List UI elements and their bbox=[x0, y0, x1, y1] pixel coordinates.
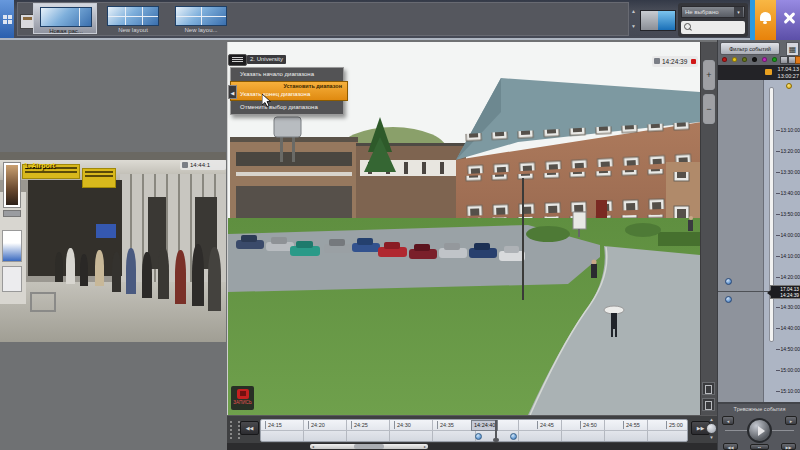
clock-icon bbox=[654, 58, 660, 64]
submenu-arrow-icon[interactable]: ◀ bbox=[228, 85, 237, 99]
pedestrian bbox=[591, 260, 597, 279]
tick-label: 24:20 bbox=[308, 421, 325, 429]
tick-label: 24:30 bbox=[394, 421, 411, 429]
layout-tab-label: Новая рас... bbox=[34, 28, 98, 34]
layout-tab-1[interactable]: Новая рас... bbox=[33, 3, 97, 34]
airport-poster bbox=[2, 266, 22, 292]
person bbox=[158, 247, 169, 299]
timeline-playhead[interactable] bbox=[495, 420, 497, 441]
tick-label: 24:55 bbox=[623, 421, 640, 429]
camera-timestamp: 14:24:39 bbox=[652, 56, 698, 67]
zoom-out-button[interactable]: − bbox=[703, 94, 715, 124]
calendar-button[interactable]: ▦ bbox=[786, 42, 799, 56]
alarm-prev-button[interactable]: ◂ bbox=[722, 416, 734, 425]
app-grid-icon[interactable] bbox=[3, 15, 12, 24]
track-divider bbox=[763, 80, 764, 402]
airport-blue-sign bbox=[96, 224, 116, 238]
blue-event-marker[interactable] bbox=[725, 296, 732, 303]
alarm-next-button[interactable]: ▸ bbox=[785, 416, 797, 425]
tick-label: 24:45 bbox=[537, 421, 554, 429]
filter-dot-olive[interactable] bbox=[742, 57, 747, 62]
blue-event-marker[interactable] bbox=[725, 278, 732, 285]
speed-knob[interactable] bbox=[706, 423, 717, 434]
menu-item-set-range-group[interactable]: ◀ Установить диапазон Указать конец диап… bbox=[230, 81, 348, 101]
event-filter-button[interactable]: Фильтр событий bbox=[720, 42, 780, 55]
person bbox=[66, 248, 75, 284]
zoom-in-button[interactable]: + bbox=[703, 60, 715, 90]
layout-thumbnail-icon bbox=[40, 7, 92, 27]
dropdown-arrow-icon[interactable]: ▾ bbox=[734, 7, 743, 17]
alarm-events-panel: Тревожные события ◂ ▸ ◀◀ ▪▪ ▶▶ bbox=[718, 402, 800, 450]
side-tool-button[interactable] bbox=[702, 382, 715, 395]
record-button[interactable]: ЗАПИСЬ bbox=[231, 386, 254, 410]
tick-label: 24:35 bbox=[437, 421, 454, 429]
monitor-thumb-left bbox=[641, 11, 658, 30]
alarm-panel-button[interactable] bbox=[755, 0, 776, 40]
lamp-post bbox=[522, 178, 524, 300]
search-panel: Не выбрано ▾ bbox=[678, 3, 748, 37]
filter-dot-green[interactable] bbox=[772, 57, 777, 62]
layout-tab-2[interactable]: New layout bbox=[101, 3, 165, 34]
person bbox=[208, 247, 221, 311]
filter-dot-black[interactable] bbox=[752, 57, 757, 62]
monitor-switch-button[interactable] bbox=[640, 10, 676, 31]
bell-icon bbox=[760, 12, 771, 21]
scrollbar-thumb[interactable] bbox=[354, 444, 384, 449]
tile-menu-icon[interactable] bbox=[228, 54, 247, 66]
timeline-grip[interactable] bbox=[230, 421, 240, 439]
camera-title: 1. Airport bbox=[24, 162, 55, 169]
filter-orange-marker[interactable] bbox=[795, 56, 800, 64]
timeline-ruler[interactable]: 24:15 24:20 24:25 24:30 24:35 14:24:40 2… bbox=[260, 419, 688, 442]
menu-item-cancel-range[interactable]: Отменить выбор диапазона bbox=[231, 101, 343, 114]
person bbox=[142, 252, 152, 298]
filter-tool-button[interactable] bbox=[780, 56, 788, 64]
fast-forward-button[interactable]: ▶▶ bbox=[781, 443, 796, 450]
layout-tab-label: New layou... bbox=[169, 27, 233, 33]
current-position-marker[interactable]: 17.04.13 14:24:39 bbox=[770, 285, 800, 299]
timestamp-value: 14:44:1 bbox=[190, 160, 210, 170]
timeline-scrollbar[interactable]: ◂ ▸ bbox=[310, 444, 428, 449]
top-toolbar: Новая рас... New layout New layou... ▲ ▼… bbox=[0, 0, 800, 40]
menu-item-set-range-end[interactable]: Указать конец диапазона bbox=[231, 90, 347, 98]
camera-title: 2. University bbox=[247, 55, 286, 64]
tools-icon bbox=[782, 11, 795, 24]
menu-item-set-range[interactable]: Установить диапазон bbox=[231, 83, 347, 90]
scroll-left-icon[interactable]: ◂ bbox=[312, 444, 314, 450]
play-icon bbox=[758, 426, 765, 436]
rewind-button[interactable]: ◀◀ bbox=[723, 443, 738, 450]
filter-dot-magenta[interactable] bbox=[762, 57, 767, 62]
filter-dot-red[interactable] bbox=[722, 57, 727, 62]
yellow-event-marker[interactable] bbox=[786, 83, 792, 89]
scroll-right-icon[interactable]: ▸ bbox=[424, 444, 426, 450]
event-marker[interactable] bbox=[510, 433, 517, 440]
layout-tab-3[interactable]: New layou... bbox=[169, 3, 233, 34]
settings-panel-button[interactable] bbox=[776, 0, 800, 40]
scroll-up-icon[interactable]: ▲ bbox=[629, 4, 638, 19]
toolbar-scroll-arrows[interactable]: ▲ ▼ bbox=[629, 4, 638, 34]
person bbox=[95, 250, 104, 286]
layout-thumbnail-icon bbox=[175, 6, 227, 26]
play-button[interactable] bbox=[747, 418, 772, 443]
filter-dot-yellow[interactable] bbox=[732, 57, 737, 62]
thumbnail-tab[interactable] bbox=[3, 210, 21, 217]
side-tool-button[interactable] bbox=[702, 398, 715, 411]
bush bbox=[526, 226, 570, 242]
clock-icon bbox=[182, 162, 188, 168]
record-icon bbox=[237, 389, 249, 399]
camera-tile-airport[interactable]: 1. Airport 14:44:1 bbox=[0, 152, 226, 342]
timeline-prev-button[interactable]: ◀◀ bbox=[240, 421, 259, 435]
pause-button[interactable]: ▪▪ bbox=[750, 444, 769, 450]
search-icon bbox=[684, 23, 691, 30]
vms-application-window: Новая рас... New layout New layou... ▲ ▼… bbox=[0, 0, 800, 450]
tick-label: 25:00 bbox=[666, 421, 683, 429]
event-marker[interactable] bbox=[475, 433, 482, 440]
menu-item-set-range-start[interactable]: Указать начало диапазона bbox=[231, 68, 343, 81]
record-label: ЗАПИСЬ bbox=[231, 400, 254, 405]
event-timeline-track[interactable]: 13:10:00 13:20:00 13:30:00 13:40:00 13:5… bbox=[718, 80, 800, 402]
alarm-event-thumbnail[interactable] bbox=[3, 162, 21, 208]
hedge bbox=[658, 232, 700, 246]
layout-tab-label: New layout bbox=[101, 27, 165, 33]
person bbox=[192, 244, 204, 306]
scroll-down-icon[interactable]: ▼ bbox=[629, 19, 638, 34]
alarm-events-title: Тревожные события bbox=[718, 406, 800, 412]
